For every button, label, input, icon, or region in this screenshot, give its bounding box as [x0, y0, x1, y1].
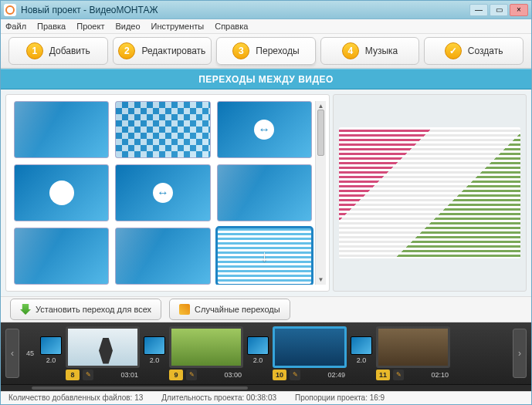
app-window: Новый проект - ВидеоМОНТАЖ — ▭ × Файл Пр…	[0, 0, 532, 405]
clip-thumbnail	[66, 326, 140, 368]
tab-label: Добавить	[49, 46, 90, 56]
transition-preview	[333, 94, 527, 292]
random-transitions-button[interactable]: Случайные переходы	[169, 299, 290, 320]
transition-icon	[351, 336, 372, 355]
titlebar: Новый проект - ВидеоМОНТАЖ — ▭ ×	[1, 1, 531, 19]
clip-thumbnail	[273, 326, 347, 368]
transition-thumb[interactable]	[115, 164, 210, 221]
clip-meta: 9 ✎ 03:00	[169, 369, 243, 381]
clip-meta: 11 ✎ 02:10	[376, 369, 450, 381]
clip-thumbnail	[376, 326, 450, 368]
transition-gallery	[14, 101, 315, 285]
clip-meta: 10 ✎ 02:49	[273, 369, 347, 381]
tab-add[interactable]: 1 Добавить	[8, 37, 108, 65]
timeline-clip[interactable]: 9 ✎ 03:00	[169, 326, 243, 381]
gallery-scrollbar[interactable]: ▲ ▼	[315, 101, 326, 285]
scroll-thumb[interactable]	[317, 110, 324, 156]
step-tabs: 1 Добавить 2 Редактировать 3 Переходы 4 …	[1, 34, 531, 69]
scroll-up-icon[interactable]: ▲	[318, 103, 324, 110]
maximize-button[interactable]: ▭	[490, 4, 508, 16]
transition-chip[interactable]: 2.0	[143, 336, 166, 370]
scroll-down-icon[interactable]: ▼	[318, 276, 324, 283]
transition-thumb[interactable]	[14, 164, 109, 221]
menu-file[interactable]: Файл	[5, 22, 26, 31]
pencil-icon[interactable]: ✎	[186, 370, 197, 380]
scroll-track[interactable]	[316, 110, 326, 276]
timeline-track[interactable]: 45 2.0 8 ✎ 03:01 2.0 9	[19, 326, 513, 381]
app-icon	[4, 4, 16, 16]
timeline-next-button[interactable]: ›	[513, 329, 527, 378]
clip-number: 45	[24, 349, 36, 357]
transition-icon	[144, 336, 165, 355]
transition-thumb[interactable]	[115, 101, 210, 158]
timeline-clip[interactable]: 11 ✎ 02:10	[376, 326, 450, 381]
wand-icon	[179, 304, 190, 315]
apply-all-button[interactable]: Установить переход для всех	[10, 299, 161, 320]
transition-gallery-panel: ▲ ▼	[5, 94, 330, 292]
transition-thumb[interactable]	[217, 164, 312, 221]
clip-duration: 02:10	[431, 371, 449, 379]
clip-duration: 03:00	[224, 371, 242, 379]
transition-chip[interactable]: 2.0	[39, 336, 63, 370]
transition-thumb[interactable]	[217, 101, 312, 158]
scroll-thumb[interactable]	[32, 386, 248, 390]
tab-transitions[interactable]: 3 Переходы	[216, 37, 316, 65]
transition-duration: 2.0	[357, 356, 367, 364]
pencil-icon[interactable]: ✎	[83, 370, 93, 380]
tab-label: Переходы	[256, 46, 299, 56]
transition-duration: 2.0	[46, 356, 56, 364]
menu-edit[interactable]: Правка	[37, 22, 66, 31]
timeline-scrollbar[interactable]	[1, 384, 531, 391]
workspace: ▲ ▼	[1, 89, 531, 296]
status-aspect: Пропорции проекта: 16:9	[295, 393, 385, 402]
tab-music[interactable]: 4 Музыка	[320, 37, 420, 65]
transition-duration: 2.0	[150, 356, 160, 364]
pencil-icon[interactable]: ✎	[290, 370, 300, 380]
clip-duration: 02:49	[327, 371, 345, 379]
menu-help[interactable]: Справка	[215, 22, 248, 31]
button-label: Установить переход для всех	[36, 305, 151, 314]
section-banner: ПЕРЕХОДЫ МЕЖДУ ВИДЕО	[1, 69, 531, 89]
tab-label: Редактировать	[141, 46, 205, 56]
window-title: Новый проект - ВидеоМОНТАЖ	[21, 5, 469, 15]
transition-chip[interactable]: 2.0	[246, 336, 269, 370]
banner-title: ПЕРЕХОДЫ МЕЖДУ ВИДЕО	[198, 74, 334, 85]
transition-icon	[40, 336, 62, 355]
download-arrow-icon	[20, 304, 31, 315]
minimize-button[interactable]: —	[469, 4, 488, 16]
timeline-clip-selected[interactable]: 10 ✎ 02:49	[273, 326, 347, 381]
clip-number: 10	[273, 370, 286, 380]
transition-thumb-selected[interactable]	[217, 228, 312, 285]
menubar: Файл Правка Проект Видео Инструменты Спр…	[1, 19, 531, 34]
status-files: Количество добавленных файлов: 13	[8, 393, 143, 402]
close-button[interactable]: ×	[510, 4, 528, 16]
timeline-prev-button[interactable]: ‹	[5, 329, 19, 378]
status-bar: Количество добавленных файлов: 13 Длител…	[1, 391, 531, 404]
transition-thumb[interactable]	[115, 228, 210, 285]
preview-image	[339, 127, 520, 258]
step-number-icon: 3	[232, 42, 249, 59]
menu-tools[interactable]: Инструменты	[151, 22, 205, 31]
timeline: ‹ 45 2.0 8 ✎ 03:01 2.0	[1, 322, 531, 383]
status-duration: Длительность проекта: 00:38:03	[161, 393, 276, 402]
button-label: Случайные переходы	[195, 305, 280, 314]
clip-number: 11	[376, 370, 390, 380]
menu-project[interactable]: Проект	[76, 22, 104, 31]
tab-label: Создать	[468, 46, 503, 56]
clip-duration: 03:01	[120, 371, 138, 379]
menu-video[interactable]: Видео	[115, 22, 140, 31]
transition-chip[interactable]: 2.0	[350, 336, 373, 370]
timeline-clip[interactable]: 8 ✎ 03:01	[66, 326, 140, 381]
clip-thumbnail	[169, 326, 243, 368]
transition-thumb[interactable]	[14, 228, 109, 285]
tab-edit[interactable]: 2 Редактировать	[113, 37, 212, 65]
transition-thumb[interactable]	[14, 101, 109, 158]
step-number-icon: 2	[118, 42, 135, 59]
clip-meta: 8 ✎ 03:01	[66, 369, 140, 381]
action-row: Установить переход для всех Случайные пе…	[1, 296, 531, 323]
pencil-icon[interactable]: ✎	[393, 370, 404, 380]
tab-label: Музыка	[365, 46, 398, 56]
tab-create[interactable]: ✓ Создать	[424, 37, 524, 65]
clip-number: 9	[169, 370, 183, 380]
window-controls: — ▭ ×	[469, 4, 528, 16]
